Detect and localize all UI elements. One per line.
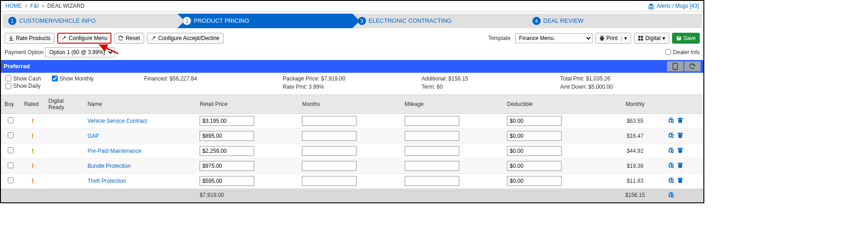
- retail-input[interactable]: [200, 131, 254, 141]
- trash-icon: [677, 132, 683, 138]
- step-deal-review[interactable]: 4DEAL REVIEW: [527, 14, 702, 28]
- show-cash-toggle[interactable]: Show Cash: [5, 75, 41, 82]
- mileage-input[interactable]: [405, 176, 459, 186]
- monthly-value: $63.55: [606, 113, 664, 128]
- package-price-value: Package Price: $7,919.00: [283, 75, 421, 82]
- mileage-input[interactable]: [405, 161, 459, 171]
- copy-icon: [668, 162, 674, 168]
- callout-arrow: [96, 43, 119, 55]
- refresh-panel-button[interactable]: [684, 61, 701, 71]
- breadcrumb-home[interactable]: HOME: [5, 3, 22, 9]
- col-mileage: Mileage: [401, 95, 503, 113]
- configure-menu-button[interactable]: Configure Menu: [57, 33, 111, 44]
- retail-input[interactable]: [200, 161, 254, 171]
- retail-input[interactable]: [200, 176, 254, 186]
- delete-row-button[interactable]: [677, 147, 683, 155]
- deductible-input[interactable]: [507, 131, 562, 141]
- mileage-input[interactable]: [405, 146, 459, 156]
- warning-icon: !: [31, 162, 34, 170]
- copy-row-button[interactable]: [668, 147, 674, 155]
- copy-row-button[interactable]: [668, 177, 674, 185]
- template-label: Template: [488, 35, 511, 41]
- trash-icon: [677, 177, 683, 183]
- print-button[interactable]: Print ▾: [595, 33, 632, 44]
- show-daily-toggle[interactable]: Show Daily: [5, 83, 40, 89]
- save-button[interactable]: Save: [672, 33, 700, 44]
- deductible-input[interactable]: [507, 176, 562, 186]
- monthly-value: $16.47: [606, 128, 664, 143]
- table-row: !GAP$16.47: [1, 128, 703, 143]
- grid-icon: [638, 35, 643, 41]
- dealer-info-checkbox[interactable]: [665, 49, 671, 55]
- col-deductible: Deductible: [503, 95, 606, 113]
- step-electronic-contracting[interactable]: 3ELECTRONIC CONTRACTING: [352, 14, 527, 28]
- breadcrumb: HOME › F&I › DEAL WIZARD: [5, 3, 85, 9]
- retail-input[interactable]: [200, 116, 254, 126]
- template-select[interactable]: Finance Menu.: [515, 33, 592, 43]
- mobile-icon: [672, 63, 678, 70]
- buy-checkbox[interactable]: [8, 162, 14, 168]
- delete-row-button[interactable]: [677, 117, 683, 125]
- warning-icon: !: [31, 147, 34, 155]
- buy-checkbox[interactable]: [8, 132, 14, 138]
- copy-row-button[interactable]: [668, 162, 674, 170]
- wrench-icon: [151, 35, 156, 41]
- dealer-info-toggle[interactable]: Dealer Info: [665, 49, 700, 55]
- rate-pmt-value: Rate Pmt: 3.99%: [283, 84, 421, 90]
- delete-row-button[interactable]: [677, 177, 683, 185]
- deductible-input[interactable]: [507, 146, 562, 156]
- copy-all-button[interactable]: [668, 191, 674, 199]
- mileage-input[interactable]: [405, 116, 459, 126]
- print-icon: [599, 35, 605, 41]
- retail-input[interactable]: [200, 146, 254, 156]
- product-name-link[interactable]: Theft Protection: [87, 178, 126, 184]
- step-product-pricing[interactable]: 2PRODUCT PRICING: [177, 14, 352, 28]
- svg-point-2: [675, 68, 676, 69]
- copy-icon: [668, 117, 674, 123]
- term-value: Term: 60: [421, 84, 560, 90]
- configure-accept-decline-button[interactable]: Configure Accept/Decline: [147, 33, 224, 44]
- product-name-link[interactable]: GAP: [87, 133, 99, 139]
- save-icon: [676, 35, 682, 41]
- delete-row-button[interactable]: [677, 132, 683, 140]
- trash-icon: [677, 162, 683, 168]
- breadcrumb-fi[interactable]: F&I: [30, 3, 39, 9]
- buy-checkbox[interactable]: [8, 147, 14, 153]
- reset-button[interactable]: Reset: [114, 33, 144, 44]
- refresh-icon: [118, 35, 124, 41]
- product-name-link[interactable]: Vehicle Service Contract: [87, 118, 147, 124]
- layers-icon: [648, 3, 654, 10]
- copy-row-button[interactable]: [668, 117, 674, 125]
- preferred-label: Preferred: [4, 63, 30, 70]
- step-customer-vehicle[interactable]: 1CUSTOMER/VEHICLE INFO: [3, 14, 177, 28]
- alerts-link[interactable]: Alerts / Msgs [43]: [648, 3, 699, 10]
- mileage-input[interactable]: [405, 131, 459, 141]
- months-input[interactable]: [302, 116, 356, 126]
- wizard-steps: 1CUSTOMER/VEHICLE INFO 2PRODUCT PRICING …: [3, 14, 702, 28]
- breadcrumb-current: DEAL WIZARD: [47, 3, 85, 9]
- show-monthly-toggle[interactable]: Show Monthly: [52, 75, 94, 82]
- months-input[interactable]: [302, 146, 356, 156]
- deductible-input[interactable]: [507, 116, 562, 126]
- buy-checkbox[interactable]: [8, 117, 14, 123]
- table-row: !Bundle Protection$19.38: [1, 158, 703, 173]
- buy-checkbox[interactable]: [8, 177, 14, 183]
- delete-row-button[interactable]: [677, 162, 683, 170]
- total-monthly: $156.15: [606, 188, 664, 202]
- digital-button[interactable]: Digital ▾: [634, 33, 669, 44]
- total-pmt-value: Total Pmt: $1,035.26: [560, 75, 699, 82]
- total-retail: $7,919.00: [196, 188, 298, 202]
- months-input[interactable]: [302, 131, 356, 141]
- product-name-link[interactable]: Pre-Paid Maintenance: [87, 148, 141, 154]
- copy-row-button[interactable]: [668, 132, 674, 140]
- months-input[interactable]: [302, 176, 356, 186]
- rate-products-button[interactable]: Rate Products: [5, 33, 55, 44]
- deductible-input[interactable]: [507, 161, 562, 171]
- mobile-view-button[interactable]: [667, 61, 683, 71]
- months-input[interactable]: [302, 161, 356, 171]
- warning-icon: !: [31, 177, 34, 185]
- col-months: Months: [298, 95, 401, 113]
- col-retail: Retail Price: [196, 95, 298, 113]
- table-row: !Vehicle Service Contract$63.55: [1, 113, 703, 128]
- product-name-link[interactable]: Bundle Protection: [87, 163, 130, 169]
